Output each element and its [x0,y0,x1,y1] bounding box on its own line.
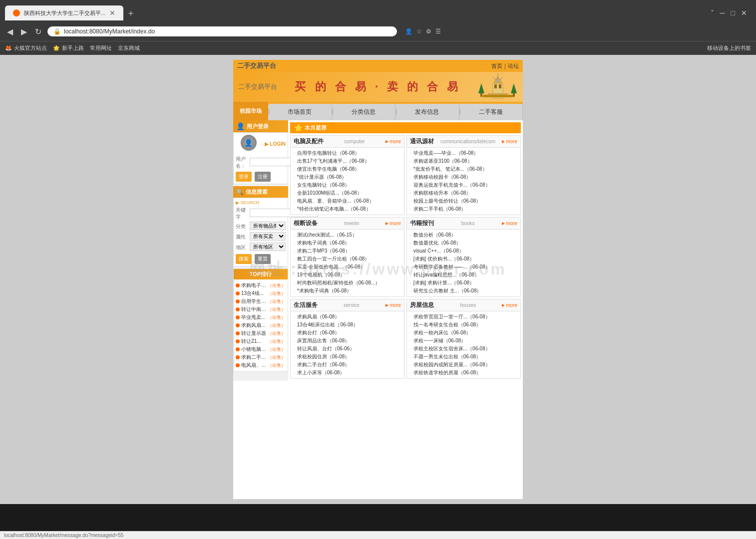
bookmark-item-0[interactable]: 🦊 火狐官方站点 [5,44,47,52]
list-item[interactable]: ·研究生公共教材 主...（06-08） [410,287,517,295]
attr-select[interactable]: 所有买卖 [250,232,286,241]
refresh-button[interactable]: ↻ [33,26,43,37]
bullet-icon: · [294,265,295,270]
list-item[interactable]: ·转让风扇、台灯（06-06） [294,345,401,353]
back-button[interactable]: ◀ [5,26,15,37]
list-item[interactable]: ·[求购] 求购计算...（06-08） [410,279,517,287]
browser-tab[interactable]: 陕西科技大学大学生二手交易平... ✕ [5,5,123,20]
list-item[interactable]: ·*批发价手机、笔记本...（06-08） [410,165,517,173]
ranking-item[interactable]: 转让Z1...（出售） [236,337,286,345]
list-item[interactable]: ·求购电子词典（06-08） [294,239,401,247]
list-item[interactable]: ·求购台灯（06-08） [294,329,401,337]
section-subtitle-telecom: communications/telecom [440,139,495,144]
forward-button[interactable]: ▶ [19,26,29,37]
region-select[interactable]: 所有地区 [250,243,286,251]
list-item[interactable]: ·求租铁道学校的房屋（06-08） [410,369,517,377]
list-item[interactable]: ·*求购电子词典（06-08） [294,287,401,295]
address-bar[interactable]: 🔒 localhost:8080/MyMarket/index.do [47,26,397,36]
list-item[interactable]: ·全新10100M组话...（06-08） [294,189,401,197]
reset-button[interactable]: 重置 [255,254,271,264]
list-item[interactable]: ·转让java编程思想...（06-08） [410,271,517,279]
list-item[interactable]: ·求购联移动升本（06-08） [410,189,517,197]
restore-icon[interactable]: □ [731,9,735,17]
new-tab-button[interactable]: ＋ [126,7,135,19]
list-item[interactable]: ·visual C++...（06-08） [410,247,517,255]
list-item[interactable]: ·求租一一床铺（06-08） [410,337,517,345]
ranking-item[interactable]: 转让中南大...（出售） [236,305,286,313]
section-more-services[interactable]: more [385,302,401,308]
list-item[interactable]: ·13合4框床位出租（06-08） [294,321,401,329]
list-item[interactable]: ·求租主校区女生宿舍床...（06-08） [410,345,517,353]
search-button[interactable]: 搜索 [236,254,252,264]
list-item[interactable]: ·求购二手MP3（06-08） [294,247,401,255]
list-item[interactable]: ·19寸电视机（06-08） [294,271,401,279]
list-item[interactable]: ·*统计显示器（06-08） [294,173,401,181]
list-item[interactable]: ·数值分析（06-08） [410,231,517,239]
list-item[interactable]: ·求租校园住房（06-08） [294,353,401,361]
list-item[interactable]: ·电风扇、童、音箱毕业...（06-08） [294,197,401,205]
bullet-icon: · [294,167,295,172]
list-item[interactable]: ·考研数学必备教材——...（06-08） [410,263,517,271]
list-item[interactable]: ·求上小床等（06-08） [294,369,401,377]
list-item[interactable]: ·数值最优化（06-08） [410,239,517,247]
list-item[interactable]: ·测试check测试...（06-15） [294,231,401,239]
tab-publish[interactable]: 发布信息 [395,104,459,120]
register-button[interactable]: 注册 [255,172,271,182]
attr-row: 属性 所有买卖 [236,232,286,242]
menu-icon[interactable]: ☰ [435,28,441,35]
tab-guide[interactable]: 二手客服 [459,104,523,120]
list-item[interactable]: ·时尚数码照相机/家特低价（06-08...） [294,279,401,287]
bookmark-star-icon[interactable]: ☆ [416,28,422,35]
list-item[interactable]: ·求购二手台灯（06-08） [294,361,401,369]
list-item[interactable]: ·求租一校内床位（06-08） [410,329,517,337]
ranking-item[interactable]: 13合4续...（出售） [236,289,286,297]
list-item[interactable]: ·教工四合一宜一斤出租（06-08） [294,255,401,263]
section-more-computer[interactable]: more [385,139,401,144]
top-nav-links[interactable]: 首页｜论坛 [491,62,519,70]
minimize-icon[interactable]: ─ [720,9,725,17]
ranking-item[interactable]: 自用学生电...（出售） [236,297,286,305]
list-item[interactable]: ·毕业甩卖-----毕业...（06-08） [410,149,517,157]
bookmark-item-2[interactable]: 常用网址 [90,44,112,52]
list-item[interactable]: ·迎奥运批发手机充值卡...（06-08） [410,181,517,189]
tab-close-btn[interactable]: ✕ [109,9,115,17]
list-item[interactable]: ·求购风扇（06-08） [294,313,401,321]
section-more-telecom[interactable]: more [502,139,517,144]
list-item[interactable]: ·买卖·全新低价电器...（06-08） [294,263,401,271]
ranking-item[interactable]: 求购风扇...（出售） [236,321,286,329]
bookmark-item-1[interactable]: 🌟 新手上路 [53,44,84,52]
section-more-appliances[interactable]: more [385,221,401,226]
list-item[interactable]: ·不愿一男生未位出租（06-08） [410,353,517,361]
ranking-item[interactable]: 求购电子词...（出售） [236,281,286,289]
list-item[interactable]: ·求租校园内或附近房屋...（06-08） [410,361,517,369]
ranking-item[interactable]: 电风扇、童...（出售） [236,361,286,369]
extensions-icon[interactable]: ⚙ [426,28,431,35]
list-item[interactable]: ·求购诺基亚3100（06-08） [410,157,517,165]
ranking-item[interactable]: 求购二手M...（出售） [236,353,286,361]
list-item[interactable]: ·女生电脑转让（06-08） [294,181,401,189]
list-item[interactable]: ·求租带宽宿卫一室一厅...（06-08） [410,313,517,321]
list-item[interactable]: ·出售17寸飞利浦液平...（06-08） [294,157,401,165]
mobile-bookmarks[interactable]: 移动设备上的书签 [707,44,751,52]
ranking-item[interactable]: 毕业甩卖...（出售） [236,313,286,321]
list-item[interactable]: ·床置用品出售（06-08） [294,337,401,345]
category-select[interactable]: 所有物品类别 [250,222,286,230]
tab-market-home[interactable]: 市场首页 [268,104,332,120]
list-item[interactable]: ·自用学生电脑转让（06-08） [294,149,401,157]
section-more-housing[interactable]: more [502,302,517,308]
list-item[interactable]: ·找一名考研女生合租（06-08） [410,321,517,329]
login-button[interactable]: 登录 [236,172,252,182]
bookmark-item-3[interactable]: 京东商城 [118,44,140,52]
close-window-icon[interactable]: ✕ [741,9,747,17]
list-item[interactable]: ·求购移动校园卡（06-08） [410,173,517,181]
section-more-books[interactable]: more [502,221,517,226]
list-item[interactable]: ·求购二手手机（06-08） [410,205,517,213]
list-item[interactable]: ·*特价出销笔记本电脑...（06-08） [294,205,401,213]
user-account-icon[interactable]: 👤 [405,28,412,35]
list-item[interactable]: ·[求购] 优价购书...（06-08） [410,255,517,263]
list-item[interactable]: ·校园上腺号低价转让（06-08） [410,197,517,205]
ranking-item[interactable]: 转让显示器（出售） [236,329,286,337]
ranking-item[interactable]: 小猪电脑维...（出售） [236,345,286,353]
tab-category[interactable]: 分类信息 [332,104,396,120]
list-item[interactable]: ·便宜出售学生电脑（06-08） [294,165,401,173]
